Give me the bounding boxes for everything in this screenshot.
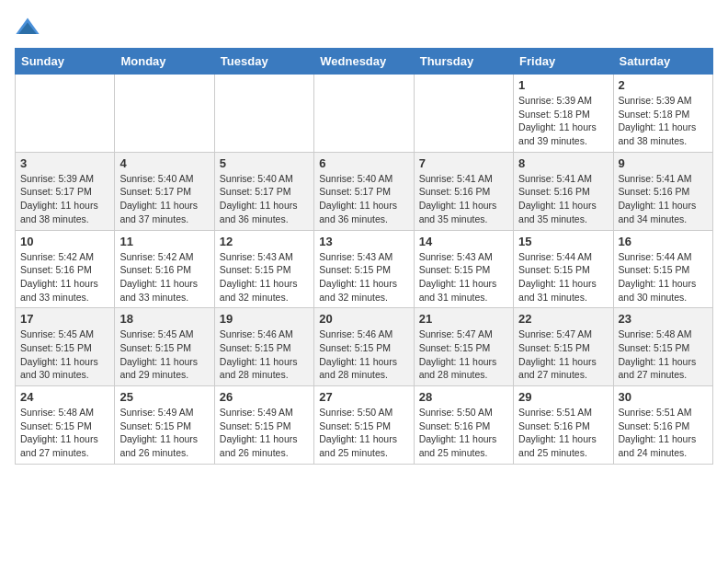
day-number: 23 — [619, 312, 708, 326]
day-info: Sunrise: 5:42 AMSunset: 5:16 PMDaylight:… — [119, 250, 209, 304]
day-info: Sunrise: 5:46 AMSunset: 5:15 PMDaylight:… — [319, 327, 408, 382]
week-row-5: 24Sunrise: 5:48 AMSunset: 5:15 PMDayligh… — [16, 386, 713, 465]
calendar-header-row: SundayMondayTuesdayWednesdayThursdayFrid… — [16, 49, 713, 75]
day-info: Sunrise: 5:42 AMSunset: 5:16 PMDaylight:… — [20, 250, 109, 304]
day-number: 2 — [619, 78, 708, 92]
day-cell-17: 17Sunrise: 5:45 AMSunset: 5:15 PMDayligh… — [16, 308, 115, 386]
day-info: Sunrise: 5:43 AMSunset: 5:15 PMDaylight:… — [419, 250, 508, 304]
day-info: Sunrise: 5:41 AMSunset: 5:16 PMDaylight:… — [518, 172, 608, 226]
day-info: Sunrise: 5:47 AMSunset: 5:15 PMDaylight:… — [518, 327, 608, 382]
day-info: Sunrise: 5:49 AMSunset: 5:15 PMDaylight:… — [220, 406, 309, 460]
day-number: 28 — [419, 390, 508, 404]
day-cell-23: 23Sunrise: 5:48 AMSunset: 5:15 PMDayligh… — [613, 308, 712, 386]
day-info: Sunrise: 5:50 AMSunset: 5:16 PMDaylight:… — [419, 406, 508, 460]
day-cell-6: 6Sunrise: 5:40 AMSunset: 5:17 PMDaylight… — [314, 152, 414, 230]
day-cell-24: 24Sunrise: 5:48 AMSunset: 5:15 PMDayligh… — [16, 386, 115, 465]
header-thursday: Thursday — [414, 49, 513, 75]
day-number: 8 — [518, 156, 608, 170]
day-info: Sunrise: 5:43 AMSunset: 5:15 PMDaylight:… — [220, 250, 309, 304]
day-number: 15 — [518, 235, 608, 248]
day-cell-9: 9Sunrise: 5:41 AMSunset: 5:16 PMDaylight… — [613, 152, 712, 230]
day-cell-10: 10Sunrise: 5:42 AMSunset: 5:16 PMDayligh… — [16, 230, 115, 308]
day-cell-2: 2Sunrise: 5:39 AMSunset: 5:18 PMDaylight… — [613, 75, 712, 153]
day-cell-13: 13Sunrise: 5:43 AMSunset: 5:15 PMDayligh… — [314, 230, 414, 308]
day-cell-4: 4Sunrise: 5:40 AMSunset: 5:17 PMDaylight… — [115, 152, 214, 230]
week-row-1: 1Sunrise: 5:39 AMSunset: 5:18 PMDaylight… — [16, 75, 713, 153]
day-cell-3: 3Sunrise: 5:39 AMSunset: 5:17 PMDaylight… — [16, 152, 115, 230]
day-number: 5 — [220, 156, 309, 170]
day-number: 29 — [518, 390, 608, 404]
day-number: 1 — [518, 78, 608, 92]
header-tuesday: Tuesday — [214, 49, 313, 75]
day-number: 10 — [20, 235, 109, 248]
day-info: Sunrise: 5:47 AMSunset: 5:15 PMDaylight:… — [419, 327, 508, 382]
day-cell-22: 22Sunrise: 5:47 AMSunset: 5:15 PMDayligh… — [514, 308, 613, 386]
day-info: Sunrise: 5:40 AMSunset: 5:17 PMDaylight:… — [220, 172, 309, 226]
day-info: Sunrise: 5:39 AMSunset: 5:18 PMDaylight:… — [518, 94, 608, 148]
header-wednesday: Wednesday — [314, 49, 414, 75]
day-info: Sunrise: 5:39 AMSunset: 5:17 PMDaylight:… — [20, 172, 109, 226]
day-cell-27: 27Sunrise: 5:50 AMSunset: 5:15 PMDayligh… — [314, 386, 414, 465]
day-info: Sunrise: 5:46 AMSunset: 5:15 PMDaylight:… — [220, 327, 309, 382]
day-number: 16 — [619, 235, 708, 248]
day-info: Sunrise: 5:45 AMSunset: 5:15 PMDaylight:… — [20, 327, 109, 382]
logo-icon — [15, 15, 40, 40]
day-cell-28: 28Sunrise: 5:50 AMSunset: 5:16 PMDayligh… — [414, 386, 513, 465]
day-number: 26 — [220, 390, 309, 404]
day-number: 4 — [119, 156, 209, 170]
day-info: Sunrise: 5:40 AMSunset: 5:17 PMDaylight:… — [319, 172, 408, 226]
day-number: 18 — [119, 312, 209, 326]
day-number: 3 — [20, 156, 109, 170]
calendar-table: SundayMondayTuesdayWednesdayThursdayFrid… — [15, 48, 713, 465]
day-info: Sunrise: 5:51 AMSunset: 5:16 PMDaylight:… — [619, 406, 708, 460]
header-saturday: Saturday — [613, 49, 712, 75]
day-cell-empty — [314, 75, 414, 153]
week-row-2: 3Sunrise: 5:39 AMSunset: 5:17 PMDaylight… — [16, 152, 713, 230]
day-info: Sunrise: 5:44 AMSunset: 5:15 PMDaylight:… — [619, 250, 708, 304]
day-cell-empty — [414, 75, 513, 153]
day-number: 21 — [419, 312, 508, 326]
day-number: 6 — [319, 156, 408, 170]
day-info: Sunrise: 5:48 AMSunset: 5:15 PMDaylight:… — [619, 327, 708, 382]
day-number: 7 — [419, 156, 508, 170]
header-sunday: Sunday — [16, 49, 115, 75]
day-number: 30 — [619, 390, 708, 404]
day-cell-5: 5Sunrise: 5:40 AMSunset: 5:17 PMDaylight… — [214, 152, 313, 230]
day-cell-16: 16Sunrise: 5:44 AMSunset: 5:15 PMDayligh… — [613, 230, 712, 308]
day-cell-empty — [214, 75, 313, 153]
day-number: 14 — [419, 235, 508, 248]
day-cell-empty — [115, 75, 214, 153]
day-info: Sunrise: 5:41 AMSunset: 5:16 PMDaylight:… — [419, 172, 508, 226]
day-cell-12: 12Sunrise: 5:43 AMSunset: 5:15 PMDayligh… — [214, 230, 313, 308]
day-number: 11 — [119, 235, 209, 248]
day-number: 20 — [319, 312, 408, 326]
day-info: Sunrise: 5:45 AMSunset: 5:15 PMDaylight:… — [119, 327, 209, 382]
day-info: Sunrise: 5:44 AMSunset: 5:15 PMDaylight:… — [518, 250, 608, 304]
day-info: Sunrise: 5:49 AMSunset: 5:15 PMDaylight:… — [119, 406, 209, 460]
day-info: Sunrise: 5:39 AMSunset: 5:18 PMDaylight:… — [619, 94, 708, 148]
day-cell-30: 30Sunrise: 5:51 AMSunset: 5:16 PMDayligh… — [613, 386, 712, 465]
day-cell-11: 11Sunrise: 5:42 AMSunset: 5:16 PMDayligh… — [115, 230, 214, 308]
day-number: 12 — [220, 235, 309, 248]
logo — [15, 15, 44, 40]
header-friday: Friday — [514, 49, 613, 75]
day-cell-21: 21Sunrise: 5:47 AMSunset: 5:15 PMDayligh… — [414, 308, 513, 386]
day-cell-1: 1Sunrise: 5:39 AMSunset: 5:18 PMDaylight… — [514, 75, 613, 153]
day-info: Sunrise: 5:50 AMSunset: 5:15 PMDaylight:… — [319, 406, 408, 460]
day-number: 9 — [619, 156, 708, 170]
day-info: Sunrise: 5:40 AMSunset: 5:17 PMDaylight:… — [119, 172, 209, 226]
header-monday: Monday — [115, 49, 214, 75]
day-cell-29: 29Sunrise: 5:51 AMSunset: 5:16 PMDayligh… — [514, 386, 613, 465]
day-info: Sunrise: 5:41 AMSunset: 5:16 PMDaylight:… — [619, 172, 708, 226]
day-cell-25: 25Sunrise: 5:49 AMSunset: 5:15 PMDayligh… — [115, 386, 214, 465]
day-cell-20: 20Sunrise: 5:46 AMSunset: 5:15 PMDayligh… — [314, 308, 414, 386]
day-info: Sunrise: 5:48 AMSunset: 5:15 PMDaylight:… — [20, 406, 109, 460]
day-number: 19 — [220, 312, 309, 326]
day-number: 13 — [319, 235, 408, 248]
day-number: 24 — [20, 390, 109, 404]
day-info: Sunrise: 5:51 AMSunset: 5:16 PMDaylight:… — [518, 406, 608, 460]
day-cell-15: 15Sunrise: 5:44 AMSunset: 5:15 PMDayligh… — [514, 230, 613, 308]
day-cell-8: 8Sunrise: 5:41 AMSunset: 5:16 PMDaylight… — [514, 152, 613, 230]
week-row-4: 17Sunrise: 5:45 AMSunset: 5:15 PMDayligh… — [16, 308, 713, 386]
day-cell-18: 18Sunrise: 5:45 AMSunset: 5:15 PMDayligh… — [115, 308, 214, 386]
